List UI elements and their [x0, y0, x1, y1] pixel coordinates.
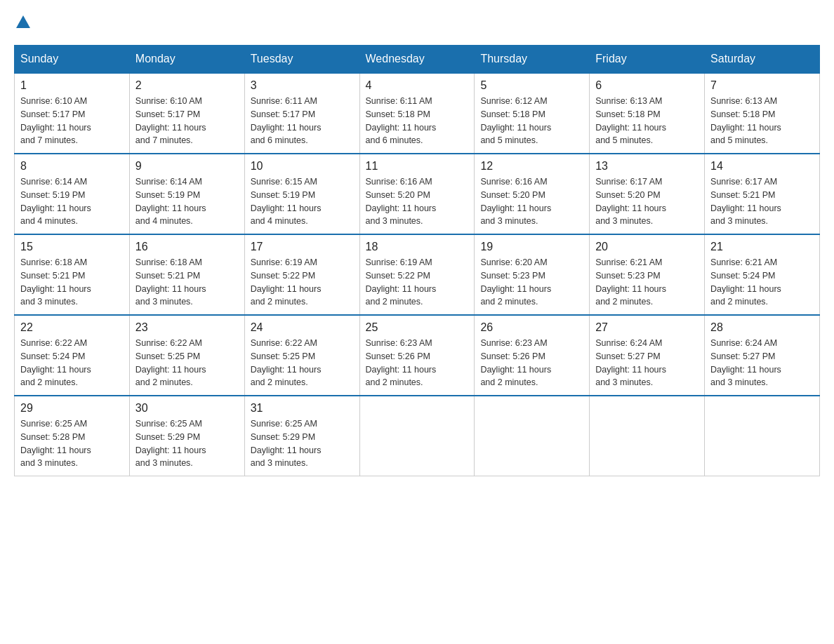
day-number: 26: [480, 321, 583, 334]
day-info: Sunrise: 6:13 AMSunset: 5:18 PMDaylight:…: [710, 95, 814, 147]
day-number: 5: [480, 79, 583, 92]
calendar-week-row: 22Sunrise: 6:22 AMSunset: 5:24 PMDayligh…: [15, 315, 820, 396]
day-info: Sunrise: 6:10 AMSunset: 5:17 PMDaylight:…: [20, 95, 124, 147]
calendar-cell: 26Sunrise: 6:23 AMSunset: 5:26 PMDayligh…: [475, 315, 590, 396]
day-info: Sunrise: 6:18 AMSunset: 5:21 PMDaylight:…: [20, 256, 124, 309]
day-number: 13: [595, 160, 699, 173]
day-number: 3: [251, 79, 354, 92]
day-info: Sunrise: 6:12 AMSunset: 5:18 PMDaylight:…: [480, 95, 583, 147]
day-info: Sunrise: 6:11 AMSunset: 5:17 PMDaylight:…: [251, 95, 354, 147]
day-info: Sunrise: 6:10 AMSunset: 5:17 PMDaylight:…: [135, 95, 239, 147]
day-number: 15: [20, 241, 124, 253]
day-header-wednesday: Wednesday: [359, 46, 475, 74]
day-number: 14: [710, 160, 814, 173]
calendar-cell: [705, 396, 820, 476]
day-number: 18: [366, 241, 469, 253]
day-number: 1: [20, 79, 124, 92]
day-number: 4: [366, 79, 469, 92]
calendar-cell: 31Sunrise: 6:25 AMSunset: 5:29 PMDayligh…: [244, 396, 359, 476]
day-number: 17: [251, 241, 354, 253]
day-number: 27: [595, 321, 699, 334]
calendar-cell: 1Sunrise: 6:10 AMSunset: 5:17 PMDaylight…: [15, 73, 130, 154]
day-number: 7: [710, 79, 814, 92]
day-info: Sunrise: 6:19 AMSunset: 5:22 PMDaylight:…: [251, 256, 354, 309]
calendar-cell: 3Sunrise: 6:11 AMSunset: 5:17 PMDaylight…: [244, 73, 359, 154]
calendar-cell: 8Sunrise: 6:14 AMSunset: 5:19 PMDaylight…: [15, 154, 130, 234]
calendar-cell: 24Sunrise: 6:22 AMSunset: 5:25 PMDayligh…: [244, 315, 359, 396]
day-number: 10: [251, 160, 354, 173]
day-number: 6: [595, 79, 699, 92]
day-number: 9: [135, 160, 239, 173]
day-info: Sunrise: 6:16 AMSunset: 5:20 PMDaylight:…: [366, 175, 469, 228]
day-info: Sunrise: 6:24 AMSunset: 5:27 PMDaylight:…: [595, 337, 699, 389]
day-number: 19: [480, 241, 583, 253]
day-info: Sunrise: 6:24 AMSunset: 5:27 PMDaylight:…: [710, 337, 814, 389]
day-info: Sunrise: 6:25 AMSunset: 5:29 PMDaylight:…: [135, 417, 239, 470]
calendar-week-row: 29Sunrise: 6:25 AMSunset: 5:28 PMDayligh…: [15, 396, 820, 476]
day-number: 30: [135, 402, 239, 415]
day-number: 31: [251, 402, 354, 415]
calendar-cell: 30Sunrise: 6:25 AMSunset: 5:29 PMDayligh…: [129, 396, 244, 476]
day-number: 24: [251, 321, 354, 334]
calendar-cell: 17Sunrise: 6:19 AMSunset: 5:22 PMDayligh…: [244, 234, 359, 315]
day-info: Sunrise: 6:22 AMSunset: 5:25 PMDaylight:…: [135, 337, 239, 389]
calendar-cell: 25Sunrise: 6:23 AMSunset: 5:26 PMDayligh…: [359, 315, 475, 396]
logo: [14, 14, 31, 32]
day-info: Sunrise: 6:15 AMSunset: 5:19 PMDaylight:…: [251, 175, 354, 228]
calendar-cell: 11Sunrise: 6:16 AMSunset: 5:20 PMDayligh…: [359, 154, 475, 234]
day-header-tuesday: Tuesday: [244, 46, 359, 74]
calendar-cell: 21Sunrise: 6:21 AMSunset: 5:24 PMDayligh…: [705, 234, 820, 315]
page-header: [14, 14, 820, 32]
day-info: Sunrise: 6:20 AMSunset: 5:23 PMDaylight:…: [480, 256, 583, 309]
day-number: 25: [366, 321, 469, 334]
day-info: Sunrise: 6:19 AMSunset: 5:22 PMDaylight:…: [366, 256, 469, 309]
day-number: 2: [135, 79, 239, 92]
day-info: Sunrise: 6:25 AMSunset: 5:28 PMDaylight:…: [20, 417, 124, 470]
calendar-table: SundayMondayTuesdayWednesdayThursdayFrid…: [14, 45, 820, 476]
calendar-cell: 6Sunrise: 6:13 AMSunset: 5:18 PMDaylight…: [590, 73, 705, 154]
day-info: Sunrise: 6:13 AMSunset: 5:18 PMDaylight:…: [595, 95, 699, 147]
calendar-header-row: SundayMondayTuesdayWednesdayThursdayFrid…: [15, 46, 820, 74]
day-info: Sunrise: 6:18 AMSunset: 5:21 PMDaylight:…: [135, 256, 239, 309]
calendar-week-row: 1Sunrise: 6:10 AMSunset: 5:17 PMDaylight…: [15, 73, 820, 154]
calendar-cell: 28Sunrise: 6:24 AMSunset: 5:27 PMDayligh…: [705, 315, 820, 396]
calendar-cell: [475, 396, 590, 476]
svg-marker-0: [16, 15, 30, 28]
day-header-monday: Monday: [129, 46, 244, 74]
calendar-cell: 7Sunrise: 6:13 AMSunset: 5:18 PMDaylight…: [705, 73, 820, 154]
day-info: Sunrise: 6:14 AMSunset: 5:19 PMDaylight:…: [20, 175, 124, 228]
calendar-cell: 4Sunrise: 6:11 AMSunset: 5:18 PMDaylight…: [359, 73, 475, 154]
calendar-cell: 16Sunrise: 6:18 AMSunset: 5:21 PMDayligh…: [129, 234, 244, 315]
day-info: Sunrise: 6:17 AMSunset: 5:20 PMDaylight:…: [595, 175, 699, 228]
day-info: Sunrise: 6:23 AMSunset: 5:26 PMDaylight:…: [366, 337, 469, 389]
day-info: Sunrise: 6:14 AMSunset: 5:19 PMDaylight:…: [135, 175, 239, 228]
day-info: Sunrise: 6:11 AMSunset: 5:18 PMDaylight:…: [366, 95, 469, 147]
day-info: Sunrise: 6:22 AMSunset: 5:24 PMDaylight:…: [20, 337, 124, 389]
day-info: Sunrise: 6:16 AMSunset: 5:20 PMDaylight:…: [480, 175, 583, 228]
day-number: 16: [135, 241, 239, 253]
calendar-cell: [359, 396, 475, 476]
day-info: Sunrise: 6:21 AMSunset: 5:23 PMDaylight:…: [595, 256, 699, 309]
day-number: 20: [595, 241, 699, 253]
day-header-saturday: Saturday: [705, 46, 820, 74]
day-info: Sunrise: 6:22 AMSunset: 5:25 PMDaylight:…: [251, 337, 354, 389]
day-number: 21: [710, 241, 814, 253]
day-info: Sunrise: 6:23 AMSunset: 5:26 PMDaylight:…: [480, 337, 583, 389]
day-number: 29: [20, 402, 124, 415]
day-info: Sunrise: 6:25 AMSunset: 5:29 PMDaylight:…: [251, 417, 354, 470]
day-header-friday: Friday: [590, 46, 705, 74]
calendar-cell: [590, 396, 705, 476]
calendar-cell: 15Sunrise: 6:18 AMSunset: 5:21 PMDayligh…: [15, 234, 130, 315]
day-header-sunday: Sunday: [15, 46, 130, 74]
day-info: Sunrise: 6:21 AMSunset: 5:24 PMDaylight:…: [710, 256, 814, 309]
calendar-cell: 14Sunrise: 6:17 AMSunset: 5:21 PMDayligh…: [705, 154, 820, 234]
calendar-cell: 13Sunrise: 6:17 AMSunset: 5:20 PMDayligh…: [590, 154, 705, 234]
day-info: Sunrise: 6:17 AMSunset: 5:21 PMDaylight:…: [710, 175, 814, 228]
calendar-cell: 10Sunrise: 6:15 AMSunset: 5:19 PMDayligh…: [244, 154, 359, 234]
day-header-thursday: Thursday: [475, 46, 590, 74]
calendar-cell: 5Sunrise: 6:12 AMSunset: 5:18 PMDaylight…: [475, 73, 590, 154]
calendar-cell: 2Sunrise: 6:10 AMSunset: 5:17 PMDaylight…: [129, 73, 244, 154]
day-number: 22: [20, 321, 124, 334]
calendar-cell: 12Sunrise: 6:16 AMSunset: 5:20 PMDayligh…: [475, 154, 590, 234]
calendar-cell: 9Sunrise: 6:14 AMSunset: 5:19 PMDaylight…: [129, 154, 244, 234]
